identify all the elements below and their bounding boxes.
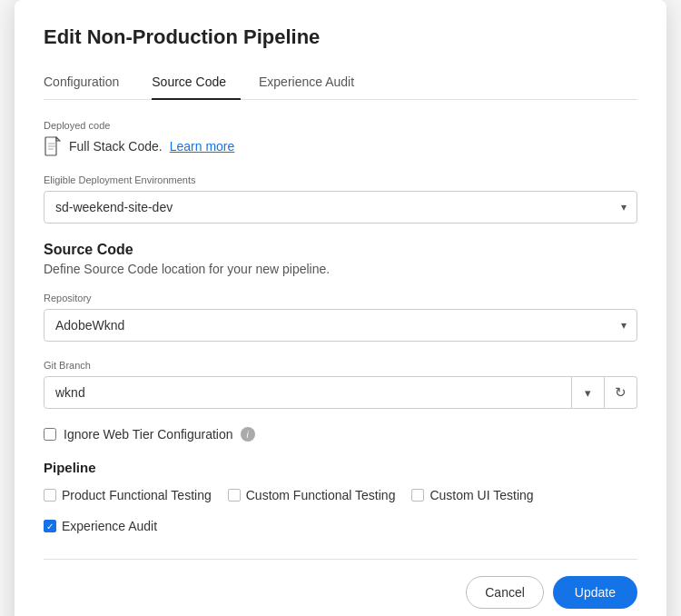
pipeline-check-product-functional: Product Functional Testing <box>44 488 212 502</box>
repository-select[interactable]: AdobeWknd <box>44 309 637 342</box>
modal: Edit Non-Production Pipeline Configurati… <box>15 0 666 616</box>
tab-experience-audit[interactable]: Experience Audit <box>259 67 369 100</box>
learn-more-link[interactable]: Learn more <box>170 139 235 154</box>
footer: Cancel Update <box>44 576 637 609</box>
ignore-web-tier-label: Ignore Web Tier Configuration <box>64 427 233 442</box>
git-branch-row: ▾ ↻ <box>44 376 637 409</box>
product-functional-label: Product Functional Testing <box>62 488 212 502</box>
repository-label: Repository <box>44 293 637 303</box>
git-branch-chevron-button[interactable]: ▾ <box>572 376 605 409</box>
deployed-code-value: Full Stack Code. <box>69 139 163 154</box>
footer-divider <box>44 559 637 560</box>
file-icon <box>44 136 62 156</box>
ignore-web-tier-checkbox[interactable] <box>44 428 56 441</box>
experience-audit-checkbox[interactable] <box>44 520 56 532</box>
pipeline-check-custom-functional: Custom Functional Testing <box>228 488 396 502</box>
modal-title: Edit Non-Production Pipeline <box>44 25 637 49</box>
custom-ui-label: Custom UI Testing <box>429 488 533 502</box>
eligible-deployment-label: Eligible Deployment Environments <box>44 174 637 185</box>
custom-ui-checkbox[interactable] <box>411 489 424 502</box>
source-code-description: Define Source Code location for your new… <box>44 262 637 276</box>
deployed-code-label: Deployed code <box>44 120 637 131</box>
eligible-deployment-field: Eligible Deployment Environments sd-week… <box>44 174 637 224</box>
info-icon[interactable]: i <box>241 427 255 442</box>
source-code-heading: Source Code <box>44 242 637 258</box>
repository-field: Repository AdobeWknd ▾ <box>44 293 637 342</box>
pipeline-check-experience-audit: Experience Audit <box>44 519 157 533</box>
deployed-code-section: Deployed code Full Stack Code. Learn mor… <box>44 120 637 156</box>
cancel-button[interactable]: Cancel <box>466 576 544 609</box>
tabs-container: Configuration Source Code Experience Aud… <box>44 67 637 100</box>
git-branch-refresh-button[interactable]: ↻ <box>605 376 637 409</box>
git-branch-dropdown-icon: ▾ <box>585 386 591 400</box>
eligible-deployment-select[interactable]: sd-weekend-site-dev <box>44 191 637 224</box>
experience-audit-label: Experience Audit <box>62 519 157 533</box>
eligible-deployment-wrapper: sd-weekend-site-dev ▾ <box>44 191 637 224</box>
pipeline-checks: Product Functional Testing Custom Functi… <box>44 488 637 533</box>
tab-source-code[interactable]: Source Code <box>152 67 241 100</box>
product-functional-checkbox[interactable] <box>44 489 56 502</box>
pipeline-check-custom-ui: Custom UI Testing <box>411 488 533 502</box>
ignore-web-tier-row: Ignore Web Tier Configuration i <box>44 427 637 442</box>
git-branch-select-wrapper <box>44 376 572 409</box>
git-branch-field: Git Branch ▾ ↻ <box>44 360 637 409</box>
tab-configuration[interactable]: Configuration <box>44 67 133 100</box>
git-branch-input[interactable] <box>44 376 572 409</box>
custom-functional-checkbox[interactable] <box>228 489 241 502</box>
custom-functional-label: Custom Functional Testing <box>246 488 396 502</box>
deployed-code-row: Full Stack Code. Learn more <box>44 136 637 156</box>
repository-wrapper: AdobeWknd ▾ <box>44 309 637 342</box>
update-button[interactable]: Update <box>553 576 637 609</box>
pipeline-heading: Pipeline <box>44 460 637 475</box>
git-branch-label: Git Branch <box>44 360 637 371</box>
refresh-icon: ↻ <box>615 384 627 401</box>
